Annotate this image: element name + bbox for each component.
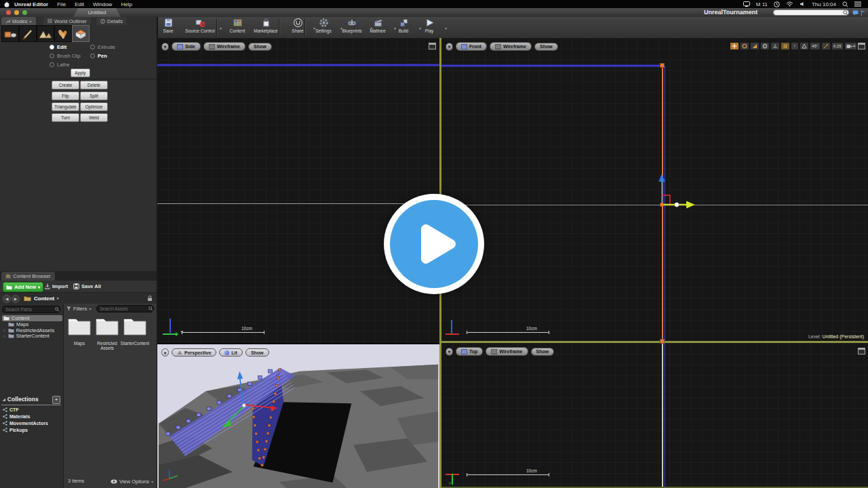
menu-clock[interactable]: Thu 10:04 (812, 1, 836, 7)
volume-icon[interactable] (800, 1, 806, 7)
collection-item-materials[interactable]: Materials (3, 414, 30, 419)
add-collection-button[interactable]: + (52, 396, 60, 404)
mode-landscape-button[interactable] (37, 25, 54, 42)
collection-item-movementactors[interactable]: MovementActors (3, 421, 48, 426)
view-options-button[interactable]: View Options ▾ (111, 479, 153, 485)
maximize-viewport-icon[interactable] (858, 348, 865, 354)
horizontal-splitter-left[interactable] (157, 343, 439, 344)
rotation-snap-value[interactable]: 45° (810, 42, 821, 50)
delete-button[interactable]: Delete (80, 81, 108, 89)
menu-app-name[interactable]: Unreal Editor (14, 1, 48, 7)
tree-item-maps[interactable]: Maps (8, 322, 28, 328)
transform-gizmo[interactable] (638, 170, 719, 212)
render-mode-button[interactable]: Lit (219, 348, 243, 357)
menu-window[interactable]: Window (93, 1, 112, 7)
view-mode-top-button[interactable]: Top (456, 347, 483, 356)
grid-snap-value[interactable]: ! (791, 42, 799, 50)
import-button[interactable]: Import (45, 282, 68, 291)
marketplace-button[interactable]: Marketplace (249, 18, 283, 37)
video-play-button[interactable] (384, 194, 484, 294)
rotate-tool-icon[interactable] (740, 42, 749, 50)
tree-item-restrictedassets[interactable]: ▷ RestrictedAssets (3, 327, 54, 333)
viewport-front[interactable]: ▾ Front Wireframe Show ! 45° 0.25 (441, 38, 868, 341)
filters-button[interactable]: Filters ▾ (66, 306, 91, 312)
collection-item-pickups[interactable]: Pickups (3, 428, 28, 432)
radio-brush-clip[interactable]: Brush Clip (50, 53, 81, 59)
render-mode-button[interactable]: Wireframe (203, 42, 245, 51)
mode-foliage-button[interactable] (54, 25, 72, 42)
breadcrumb-caret-icon[interactable]: ▸ (57, 296, 60, 301)
menu-edit[interactable]: Edit (75, 1, 84, 7)
weld-button[interactable]: Weld (80, 113, 108, 122)
chat-bubble-icon[interactable] (852, 10, 859, 16)
scale-snap-icon[interactable] (821, 42, 831, 50)
share-button[interactable]: Share ▾ (284, 18, 311, 37)
add-new-button[interactable]: Add New ▾ (3, 282, 43, 292)
show-menu-button[interactable]: Show (245, 348, 269, 357)
radio-edit[interactable]: Edit (50, 44, 66, 50)
folder-startercontent[interactable] (123, 317, 146, 336)
display-icon[interactable] (743, 1, 750, 7)
mode-geometry-button[interactable] (72, 25, 90, 42)
rotation-snap-icon[interactable] (800, 42, 809, 50)
level-tab[interactable]: Untitled (73, 8, 121, 17)
zoom-window-button[interactable] (22, 10, 27, 15)
caret-down-icon[interactable]: ▾ (220, 26, 222, 30)
mode-place-button[interactable] (1, 25, 19, 42)
world-local-toggle-icon[interactable] (760, 42, 770, 50)
caret-down-icon[interactable]: ▾ (445, 26, 447, 30)
camera-speed-button[interactable]: 4 (844, 42, 857, 50)
tab-content-browser[interactable]: Content Browser (1, 272, 55, 281)
show-menu-button[interactable]: Show (531, 348, 555, 356)
triangulate-button[interactable]: Triangulate (52, 102, 79, 111)
radio-lathe[interactable]: Lathe (50, 62, 70, 68)
apply-button[interactable]: Apply (71, 68, 90, 77)
minimize-window-button[interactable] (14, 10, 19, 15)
tree-item-content[interactable]: Content (2, 315, 62, 321)
play-button-toolbar[interactable]: Play ▾ (416, 18, 443, 37)
apple-icon[interactable] (4, 1, 9, 7)
status-text[interactable]: M 11 (756, 1, 768, 7)
horizontal-splitter-right[interactable] (441, 341, 868, 343)
tab-details[interactable]: Details (96, 17, 127, 25)
scale-tool-icon[interactable] (750, 42, 760, 50)
build-button[interactable]: Build ▾ (390, 18, 417, 37)
view-mode-front-button[interactable]: Front (456, 42, 487, 51)
folder-maps[interactable] (68, 317, 91, 336)
clock-icon[interactable] (774, 1, 780, 7)
tree-item-startercontent[interactable]: ▷ StarterContent (3, 333, 50, 340)
view-mode-side-button[interactable]: Side (172, 42, 201, 51)
turn-button[interactable]: Turn (52, 113, 79, 122)
spotlight-search-icon[interactable] (842, 1, 848, 7)
matinee-button[interactable]: Matinee ▾ (363, 18, 392, 37)
viewport-options-dropdown[interactable]: ▾ (446, 43, 453, 51)
menu-help[interactable]: Help (121, 1, 132, 7)
save-button[interactable]: Save (153, 18, 183, 37)
collection-item-ctf[interactable]: CTF (3, 407, 19, 412)
vertex-handle[interactable] (660, 63, 665, 68)
scale-snap-value[interactable]: 0.25 (831, 42, 844, 50)
viewport-top[interactable]: ▾ Top Wireframe Show 10cm y (441, 343, 868, 488)
folder-label[interactable]: Restricted Assets (92, 341, 122, 350)
source-control-button[interactable]: Source Control ▾ (182, 18, 218, 37)
content-button[interactable]: Content (222, 18, 252, 37)
breadcrumb[interactable]: Content (34, 296, 54, 302)
show-menu-button[interactable]: Show (534, 43, 558, 51)
expander-icon[interactable]: ▷ (3, 334, 6, 338)
notification-list-icon[interactable] (854, 1, 861, 7)
show-menu-button[interactable]: Show (248, 43, 272, 51)
folder-label[interactable]: Maps (64, 341, 94, 346)
view-mode-perspective-button[interactable]: Perspective (172, 348, 216, 357)
expander-icon[interactable]: ▷ (3, 328, 6, 332)
viewport-options-dropdown[interactable]: ▾ (446, 348, 453, 356)
wifi-icon[interactable] (786, 1, 793, 7)
menu-file[interactable]: File (57, 1, 66, 7)
lock-icon[interactable] (147, 295, 153, 302)
render-mode-button[interactable]: Wireframe (486, 347, 528, 356)
optimize-button[interactable]: Optimize (80, 102, 108, 111)
save-all-button[interactable]: Save All (73, 282, 101, 291)
flip-button[interactable]: Flip (52, 92, 79, 100)
settings-button[interactable]: Settings ▾ (309, 18, 338, 37)
maximize-viewport-icon[interactable] (858, 43, 865, 49)
viewport-options-dropdown[interactable]: ▾ (161, 43, 169, 51)
